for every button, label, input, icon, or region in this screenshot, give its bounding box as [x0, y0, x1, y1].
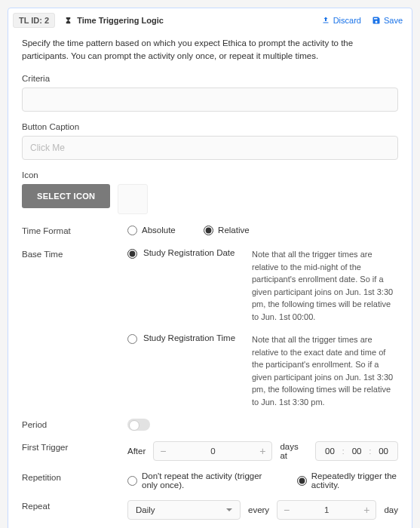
time-format-relative[interactable]: Relative [204, 225, 250, 235]
time-format-label: Time Format [22, 225, 127, 235]
time-format-absolute-radio[interactable] [127, 226, 137, 235]
first-trigger-ss: 00 [379, 447, 388, 456]
repetition-once-radio[interactable] [127, 476, 137, 486]
repeat-freq-value: Daily [136, 505, 155, 514]
time-format-absolute-label: Absolute [142, 226, 176, 235]
upload-icon [321, 16, 330, 25]
first-trigger-days-inc[interactable]: + [253, 442, 271, 460]
repeat-unit: day [384, 505, 398, 514]
repeat-interval-stepper[interactable]: − 1 + [277, 500, 376, 520]
discard-label: Discard [333, 16, 361, 25]
repetition-once[interactable]: Don't repeat the activity (trigger only … [127, 471, 267, 490]
base-time-label: Base Time [22, 248, 127, 259]
base-time-time-label: Study Registration Time [143, 333, 235, 342]
repetition-label: Repetition [22, 471, 127, 482]
repeat-every: every [248, 505, 269, 514]
first-trigger-time[interactable]: 00 : 00 : 00 [315, 441, 398, 461]
repetition-once-label: Don't repeat the activity (trigger only … [142, 471, 267, 490]
panel-title: Time Triggering Logic [58, 14, 170, 27]
intro-text: Specify the time pattern based on which … [22, 37, 398, 62]
icon-label: Icon [22, 170, 398, 180]
discard-button[interactable]: Discard [321, 16, 361, 25]
time-format-relative-radio[interactable] [204, 226, 213, 235]
colon-icon: : [342, 447, 345, 456]
repetition-repeat[interactable]: Repeatedly trigger the activity. [297, 471, 398, 490]
panel-header: TL ID: 2 Time Triggering Logic Discard S… [8, 8, 412, 32]
chevron-down-icon [226, 508, 232, 511]
period-toggle[interactable] [127, 419, 150, 431]
base-time-date-radio[interactable] [127, 249, 137, 259]
repetition-repeat-label: Repeatedly trigger the activity. [311, 471, 398, 490]
repetition-repeat-radio[interactable] [297, 476, 307, 486]
base-time-date-label: Study Registration Date [143, 248, 235, 257]
first-trigger-mm: 00 [352, 447, 362, 456]
colon-icon: : [369, 447, 371, 456]
criteria-input[interactable] [22, 87, 398, 112]
save-label: Save [384, 16, 403, 25]
first-trigger-days-dec[interactable]: − [154, 442, 172, 460]
button-caption-label: Button Caption [22, 122, 398, 131]
base-time-date-note: Note that all the trigger times are rela… [252, 248, 398, 323]
hourglass-icon [64, 17, 72, 25]
repeat-interval-inc[interactable]: + [357, 501, 376, 519]
icon-preview [118, 184, 148, 214]
repeat-interval-value: 1 [296, 501, 357, 519]
base-time-time[interactable]: Study Registration Time [127, 333, 237, 408]
save-icon [372, 16, 381, 25]
button-caption-input[interactable] [22, 136, 398, 160]
time-format-relative-label: Relative [218, 226, 250, 235]
time-format-absolute[interactable]: Absolute [127, 225, 176, 235]
first-trigger-hh: 00 [325, 447, 335, 456]
repeat-freq-select[interactable]: Daily [127, 500, 241, 520]
criteria-label: Criteria [22, 74, 398, 83]
select-icon-button[interactable]: SELECT ICON [22, 184, 110, 208]
tl-id-badge: TL ID: 2 [13, 13, 55, 28]
first-trigger-after: After [127, 447, 146, 456]
base-time-date[interactable]: Study Registration Date [127, 248, 237, 323]
first-trigger-label: First Trigger [22, 441, 127, 452]
panel-title-text: Time Triggering Logic [77, 16, 164, 25]
save-button[interactable]: Save [372, 16, 403, 25]
period-label: Period [22, 419, 127, 429]
base-time-time-note: Note that all the trigger times are rela… [252, 333, 398, 408]
repeat-label: Repeat [22, 500, 127, 511]
first-trigger-days-at: days at [280, 442, 308, 460]
base-time-time-radio[interactable] [127, 334, 137, 344]
first-trigger-days-value: 0 [172, 442, 253, 460]
repeat-interval-dec[interactable]: − [277, 501, 296, 519]
first-trigger-days-stepper[interactable]: − 0 + [153, 441, 272, 461]
time-triggering-panel: TL ID: 2 Time Triggering Logic Discard S… [8, 8, 412, 528]
